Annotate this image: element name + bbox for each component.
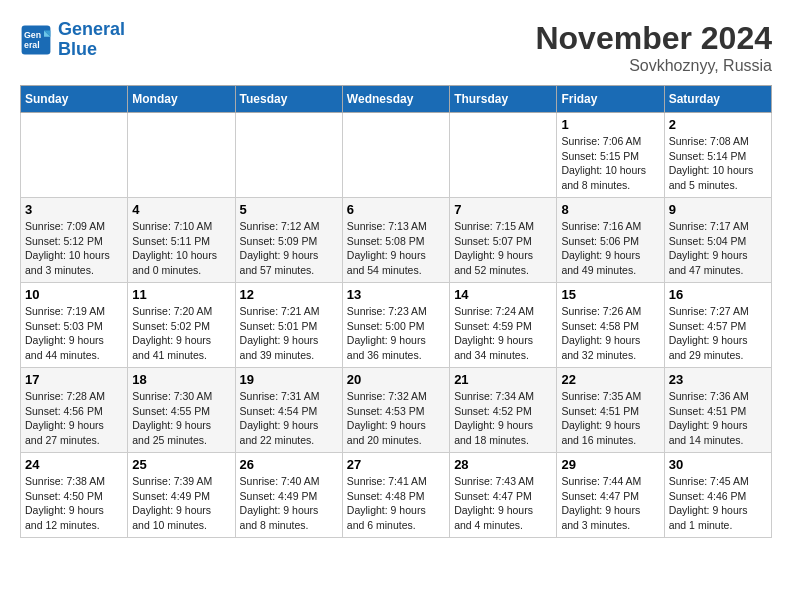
day-number: 13 [347,287,445,302]
calendar-cell: 1Sunrise: 7:06 AM Sunset: 5:15 PM Daylig… [557,113,664,198]
day-info: Sunrise: 7:45 AM Sunset: 4:46 PM Dayligh… [669,474,767,533]
calendar-cell: 30Sunrise: 7:45 AM Sunset: 4:46 PM Dayli… [664,453,771,538]
day-info: Sunrise: 7:27 AM Sunset: 4:57 PM Dayligh… [669,304,767,363]
day-info: Sunrise: 7:32 AM Sunset: 4:53 PM Dayligh… [347,389,445,448]
calendar-cell: 9Sunrise: 7:17 AM Sunset: 5:04 PM Daylig… [664,198,771,283]
day-number: 12 [240,287,338,302]
day-number: 30 [669,457,767,472]
day-number: 4 [132,202,230,217]
month-title: November 2024 [535,20,772,57]
day-number: 9 [669,202,767,217]
calendar-cell: 3Sunrise: 7:09 AM Sunset: 5:12 PM Daylig… [21,198,128,283]
weekday-header: Sunday [21,86,128,113]
day-info: Sunrise: 7:26 AM Sunset: 4:58 PM Dayligh… [561,304,659,363]
calendar-cell: 27Sunrise: 7:41 AM Sunset: 4:48 PM Dayli… [342,453,449,538]
day-number: 3 [25,202,123,217]
day-number: 5 [240,202,338,217]
calendar-week-row: 1Sunrise: 7:06 AM Sunset: 5:15 PM Daylig… [21,113,772,198]
title-block: November 2024 Sovkhoznyy, Russia [535,20,772,75]
calendar-table: SundayMondayTuesdayWednesdayThursdayFrid… [20,85,772,538]
day-info: Sunrise: 7:38 AM Sunset: 4:50 PM Dayligh… [25,474,123,533]
day-info: Sunrise: 7:12 AM Sunset: 5:09 PM Dayligh… [240,219,338,278]
calendar-week-row: 24Sunrise: 7:38 AM Sunset: 4:50 PM Dayli… [21,453,772,538]
day-number: 19 [240,372,338,387]
calendar-cell: 23Sunrise: 7:36 AM Sunset: 4:51 PM Dayli… [664,368,771,453]
calendar-cell: 26Sunrise: 7:40 AM Sunset: 4:49 PM Dayli… [235,453,342,538]
logo-line2: Blue [58,39,97,59]
day-number: 24 [25,457,123,472]
calendar-cell: 8Sunrise: 7:16 AM Sunset: 5:06 PM Daylig… [557,198,664,283]
calendar-cell: 21Sunrise: 7:34 AM Sunset: 4:52 PM Dayli… [450,368,557,453]
day-info: Sunrise: 7:34 AM Sunset: 4:52 PM Dayligh… [454,389,552,448]
day-number: 14 [454,287,552,302]
day-info: Sunrise: 7:19 AM Sunset: 5:03 PM Dayligh… [25,304,123,363]
logo-line1: General [58,19,125,39]
day-info: Sunrise: 7:30 AM Sunset: 4:55 PM Dayligh… [132,389,230,448]
calendar-cell: 7Sunrise: 7:15 AM Sunset: 5:07 PM Daylig… [450,198,557,283]
day-number: 8 [561,202,659,217]
calendar-cell: 28Sunrise: 7:43 AM Sunset: 4:47 PM Dayli… [450,453,557,538]
calendar-week-row: 17Sunrise: 7:28 AM Sunset: 4:56 PM Dayli… [21,368,772,453]
logo-icon: Gen eral [20,24,52,56]
calendar-cell: 10Sunrise: 7:19 AM Sunset: 5:03 PM Dayli… [21,283,128,368]
calendar-cell: 11Sunrise: 7:20 AM Sunset: 5:02 PM Dayli… [128,283,235,368]
day-number: 16 [669,287,767,302]
day-number: 1 [561,117,659,132]
calendar-cell: 13Sunrise: 7:23 AM Sunset: 5:00 PM Dayli… [342,283,449,368]
weekday-header: Wednesday [342,86,449,113]
calendar-cell: 29Sunrise: 7:44 AM Sunset: 4:47 PM Dayli… [557,453,664,538]
calendar-cell: 4Sunrise: 7:10 AM Sunset: 5:11 PM Daylig… [128,198,235,283]
calendar-cell [235,113,342,198]
weekday-header-row: SundayMondayTuesdayWednesdayThursdayFrid… [21,86,772,113]
calendar-cell [128,113,235,198]
weekday-header: Thursday [450,86,557,113]
calendar-cell: 22Sunrise: 7:35 AM Sunset: 4:51 PM Dayli… [557,368,664,453]
calendar-cell: 25Sunrise: 7:39 AM Sunset: 4:49 PM Dayli… [128,453,235,538]
calendar-cell: 16Sunrise: 7:27 AM Sunset: 4:57 PM Dayli… [664,283,771,368]
weekday-header: Saturday [664,86,771,113]
calendar-cell: 2Sunrise: 7:08 AM Sunset: 5:14 PM Daylig… [664,113,771,198]
day-number: 2 [669,117,767,132]
day-info: Sunrise: 7:20 AM Sunset: 5:02 PM Dayligh… [132,304,230,363]
weekday-header: Friday [557,86,664,113]
svg-text:Gen: Gen [24,30,41,40]
day-number: 20 [347,372,445,387]
day-number: 25 [132,457,230,472]
day-info: Sunrise: 7:16 AM Sunset: 5:06 PM Dayligh… [561,219,659,278]
location: Sovkhoznyy, Russia [535,57,772,75]
logo: Gen eral General Blue [20,20,125,60]
day-info: Sunrise: 7:10 AM Sunset: 5:11 PM Dayligh… [132,219,230,278]
day-info: Sunrise: 7:35 AM Sunset: 4:51 PM Dayligh… [561,389,659,448]
calendar-week-row: 10Sunrise: 7:19 AM Sunset: 5:03 PM Dayli… [21,283,772,368]
weekday-header: Monday [128,86,235,113]
day-number: 15 [561,287,659,302]
day-info: Sunrise: 7:39 AM Sunset: 4:49 PM Dayligh… [132,474,230,533]
day-info: Sunrise: 7:15 AM Sunset: 5:07 PM Dayligh… [454,219,552,278]
day-info: Sunrise: 7:31 AM Sunset: 4:54 PM Dayligh… [240,389,338,448]
day-number: 6 [347,202,445,217]
calendar-cell: 19Sunrise: 7:31 AM Sunset: 4:54 PM Dayli… [235,368,342,453]
day-number: 7 [454,202,552,217]
day-number: 17 [25,372,123,387]
page-header: Gen eral General Blue November 2024 Sovk… [20,20,772,75]
day-number: 11 [132,287,230,302]
day-info: Sunrise: 7:17 AM Sunset: 5:04 PM Dayligh… [669,219,767,278]
day-number: 26 [240,457,338,472]
calendar-cell: 24Sunrise: 7:38 AM Sunset: 4:50 PM Dayli… [21,453,128,538]
day-number: 18 [132,372,230,387]
day-info: Sunrise: 7:23 AM Sunset: 5:00 PM Dayligh… [347,304,445,363]
calendar-cell: 14Sunrise: 7:24 AM Sunset: 4:59 PM Dayli… [450,283,557,368]
calendar-cell: 17Sunrise: 7:28 AM Sunset: 4:56 PM Dayli… [21,368,128,453]
day-info: Sunrise: 7:41 AM Sunset: 4:48 PM Dayligh… [347,474,445,533]
calendar-cell [342,113,449,198]
calendar-cell [450,113,557,198]
weekday-header: Tuesday [235,86,342,113]
day-info: Sunrise: 7:43 AM Sunset: 4:47 PM Dayligh… [454,474,552,533]
day-info: Sunrise: 7:21 AM Sunset: 5:01 PM Dayligh… [240,304,338,363]
day-number: 21 [454,372,552,387]
calendar-week-row: 3Sunrise: 7:09 AM Sunset: 5:12 PM Daylig… [21,198,772,283]
day-info: Sunrise: 7:13 AM Sunset: 5:08 PM Dayligh… [347,219,445,278]
day-info: Sunrise: 7:44 AM Sunset: 4:47 PM Dayligh… [561,474,659,533]
day-info: Sunrise: 7:24 AM Sunset: 4:59 PM Dayligh… [454,304,552,363]
day-number: 22 [561,372,659,387]
